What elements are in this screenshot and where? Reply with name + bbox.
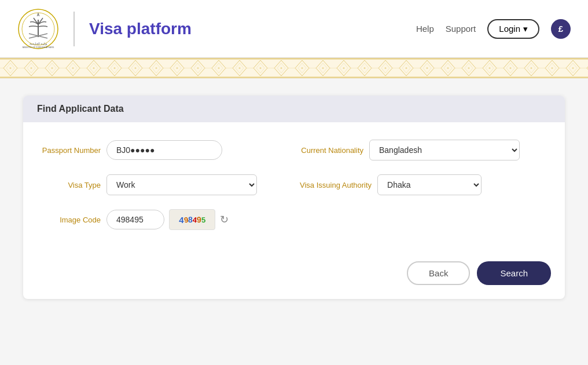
svg-rect-15 xyxy=(0,58,588,78)
main-content: Find Applicant Data Passport Number Curr… xyxy=(0,78,588,316)
form-actions: Back Search xyxy=(23,256,565,299)
visa-issuing-authority-label: Visa Issuing Authority xyxy=(300,181,372,189)
image-code-label: Image Code xyxy=(37,216,101,224)
image-code-group: Image Code 4 9 8 4 9 5 ↻ xyxy=(37,209,551,230)
form-row-1: Passport Number Current Nationality Bang… xyxy=(37,140,551,160)
support-link[interactable]: Support xyxy=(446,24,476,34)
app-title: Visa platform xyxy=(89,20,192,38)
current-nationality-group: Current Nationality Bangladesh Pakistan … xyxy=(300,140,551,160)
ministry-emblem-icon: وزارة الخارجية MINISTRY OF FOREIGN AFFAI… xyxy=(17,8,59,50)
form-card-header: Find Applicant Data xyxy=(23,96,565,122)
captcha-char-6: 5 xyxy=(201,215,205,224)
form-row-2: Visa Type Work Visit Residence Student T… xyxy=(37,174,551,195)
passport-number-label: Passport Number xyxy=(37,146,101,155)
form-row-3: Image Code 4 9 8 4 9 5 ↻ xyxy=(37,209,551,230)
header: وزارة الخارجية MINISTRY OF FOREIGN AFFAI… xyxy=(0,0,588,58)
ministry-logo: وزارة الخارجية MINISTRY OF FOREIGN AFFAI… xyxy=(17,8,59,50)
decorative-svg xyxy=(0,58,588,78)
search-button[interactable]: Search xyxy=(477,261,551,285)
svg-text:MINISTRY OF FOREIGN AFFAIRS: MINISTRY OF FOREIGN AFFAIRS xyxy=(23,46,54,48)
form-card: Find Applicant Data Passport Number Curr… xyxy=(23,96,565,299)
visa-type-select[interactable]: Work Visit Residence Student Transit xyxy=(106,174,257,195)
visa-issuing-authority-select[interactable]: Dhaka Chittagong Sylhet Riyadh Jeddah xyxy=(377,174,482,195)
passport-number-group: Passport Number xyxy=(37,140,288,160)
current-nationality-label: Current Nationality xyxy=(300,146,363,155)
back-button[interactable]: Back xyxy=(407,261,470,285)
chevron-down-icon: ▾ xyxy=(523,24,528,34)
passport-number-input[interactable] xyxy=(106,140,222,160)
refresh-captcha-button[interactable]: ↻ xyxy=(220,213,229,226)
decorative-band xyxy=(0,58,588,78)
image-code-input[interactable] xyxy=(106,210,164,229)
header-nav: Help Support Login ▾ £ xyxy=(416,19,571,39)
visa-type-label: Visa Type xyxy=(37,181,101,189)
captcha-image: 4 9 8 4 9 5 xyxy=(169,209,215,230)
visa-type-group: Visa Type Work Visit Residence Student T… xyxy=(37,174,288,195)
visa-issuing-authority-group: Visa Issuing Authority Dhaka Chittagong … xyxy=(300,174,551,195)
pattern-inner xyxy=(0,59,588,78)
form-card-body: Passport Number Current Nationality Bang… xyxy=(23,122,565,256)
current-nationality-select[interactable]: Bangladesh Pakistan India Saudi Arabia E… xyxy=(369,140,520,160)
login-button[interactable]: Login ▾ xyxy=(487,19,539,39)
captcha-container: 4 9 8 4 9 5 ↻ xyxy=(106,209,229,230)
help-link[interactable]: Help xyxy=(416,24,434,34)
logo-area: وزارة الخارجية MINISTRY OF FOREIGN AFFAI… xyxy=(17,8,192,50)
logo-divider xyxy=(74,12,75,46)
avatar[interactable]: £ xyxy=(551,19,571,39)
